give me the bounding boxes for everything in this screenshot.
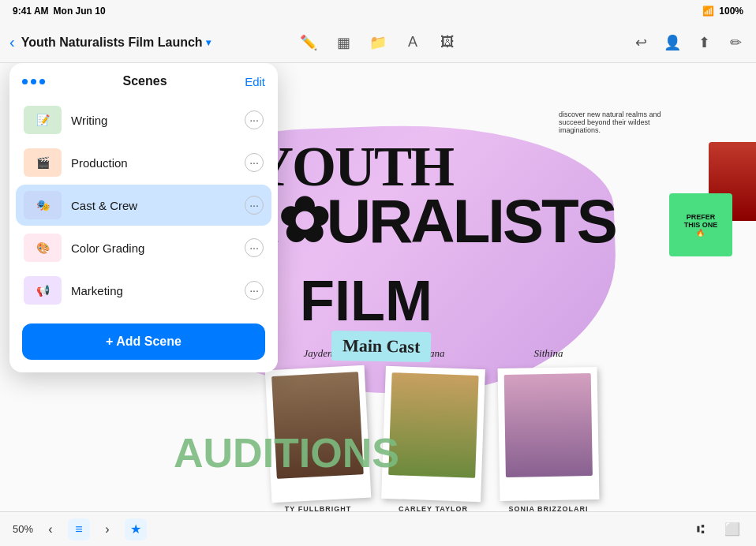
scene-more-production[interactable]: ···	[245, 153, 264, 172]
title-dropdown-icon[interactable]: ▾	[206, 37, 211, 48]
photo-icon[interactable]: 🖼	[436, 32, 458, 54]
desc-text-content: discover new natural realms and succeed …	[559, 110, 661, 134]
project-title-text: Youth Naturalists Film Launch	[21, 36, 203, 50]
scene-thumb-cast-crew: 🎭	[24, 191, 62, 219]
scene-more-marketing[interactable]: ···	[245, 281, 264, 300]
prefer-sticky-note: PREFERTHIS ONE🔥	[669, 193, 732, 256]
scenes-header: Scenes Edit	[9, 63, 278, 96]
scene-more-writing[interactable]: ···	[245, 110, 264, 129]
bottom-toolbar-right: ⑆ ⬜	[690, 518, 743, 540]
scene-item-cast-crew[interactable]: 🎭 Cast & Crew ···	[16, 185, 271, 226]
status-bar: 9:41 AM Mon Jun 10 📶 100%	[0, 0, 756, 22]
scene-item-marketing[interactable]: 📢 Marketing ···	[16, 270, 271, 311]
auditions-text: AUDITIONS	[174, 429, 399, 477]
date-display: Mon Jun 10	[54, 6, 106, 17]
main-toolbar: ‹ Youth Naturalists Film Launch ▾ ✏️ ▦ 📁…	[0, 22, 756, 63]
time-display: 9:41 AM	[13, 6, 49, 17]
zoom-level[interactable]: 50%	[13, 523, 33, 535]
scene-production-icon: 🎬	[36, 156, 50, 169]
cast-label-3: SONIA BRIZZOLARI(SHE / HER)	[508, 505, 588, 511]
scene-name-production: Production	[71, 156, 235, 170]
scene-color-icon: 🎨	[36, 241, 50, 254]
scene-item-color-grading[interactable]: 🎨 Color Grading ···	[16, 227, 271, 268]
scenes-panel-dots	[22, 79, 45, 84]
scene-item-production[interactable]: 🎬 Production ···	[16, 142, 271, 183]
wifi-icon: 📶	[702, 6, 714, 17]
add-scene-button[interactable]: + Add Scene	[22, 323, 265, 360]
scene-more-color-grading[interactable]: ···	[245, 238, 264, 257]
cast-label-1: TY FULLBRIGHT(THEY / THEM)	[285, 505, 351, 511]
status-bar-right: 📶 100%	[702, 6, 743, 17]
view-mode-icon[interactable]: ⬜	[721, 518, 743, 540]
scene-name-color-grading: Color Grading	[71, 241, 235, 255]
forward-nav-button[interactable]: ›	[96, 518, 118, 540]
scene-marketing-icon: 📢	[36, 284, 50, 297]
scene-writing-icon: 📝	[36, 114, 50, 126]
status-bar-left: 9:41 AM Mon Jun 10	[13, 6, 106, 17]
bottom-toolbar-left: 50% ‹ ≡ › ★	[13, 518, 147, 540]
main-cast-label: Main Cast	[331, 331, 432, 362]
toolbar-center-icons: ✏️ ▦ 📁 A 🖼	[298, 32, 458, 54]
scene-name-cast-crew: Cast & Crew	[71, 199, 235, 212]
collaborators-icon[interactable]: 👤	[661, 32, 683, 54]
scene-item-writing[interactable]: 📝 Writing ···	[16, 99, 271, 140]
scenes-panel: Scenes Edit 📝 Writing ··· 🎬 Production ·…	[9, 63, 278, 372]
polaroid-3	[498, 367, 600, 501]
list-view-button[interactable]: ≡	[68, 518, 90, 540]
back-nav-button[interactable]: ‹	[39, 518, 62, 540]
dot-3	[39, 79, 45, 84]
cast-label-2: CARLEY TAYLOR(SHE / HER)	[399, 505, 468, 511]
hierarchy-icon[interactable]: ⑆	[690, 518, 712, 540]
scene-thumb-writing: 📝	[24, 106, 62, 134]
dot-1	[22, 79, 28, 84]
scene-name-writing: Writing	[71, 114, 235, 127]
battery-display: 100%	[719, 6, 743, 17]
scene-thumb-marketing: 📢	[24, 276, 62, 305]
scene-thumb-production: 🎬	[24, 148, 62, 177]
scene-name-marketing: Marketing	[71, 284, 235, 297]
project-title: Youth Naturalists Film Launch ▾	[21, 36, 211, 50]
back-chevron-icon: ‹	[9, 33, 15, 51]
bottom-toolbar: 50% ‹ ≡ › ★ ⑆ ⬜	[0, 511, 756, 546]
grid-icon[interactable]: ▦	[332, 32, 354, 54]
cast-member-3: Sithina SONIA BRIZZOLARI(SHE / HER)	[499, 347, 598, 511]
text-icon[interactable]: A	[402, 32, 424, 54]
undo-icon[interactable]: ↩	[630, 32, 652, 54]
canvas-description: discover new natural realms and succeed …	[559, 110, 677, 134]
scene-more-cast-crew[interactable]: ···	[245, 196, 264, 215]
share-icon[interactable]: ⬆	[693, 32, 715, 54]
folder-icon[interactable]: 📁	[367, 32, 389, 54]
edit-icon[interactable]: ✏	[724, 32, 747, 54]
back-button[interactable]: ‹	[9, 33, 15, 51]
scenes-edit-button[interactable]: Edit	[245, 75, 265, 88]
scene-thumb-color-grading: 🎨	[24, 234, 62, 262]
scene-cast-icon: 🎭	[36, 199, 50, 211]
scenes-panel-title: Scenes	[123, 74, 167, 88]
toolbar-right-icons: ↩ 👤 ⬆ ✏	[630, 32, 747, 54]
pen-tool-icon[interactable]: ✏️	[298, 32, 320, 54]
dot-2	[31, 79, 36, 84]
film-title-film: FILM	[300, 268, 432, 333]
star-icon[interactable]: ★	[125, 518, 147, 540]
scene-list: 📝 Writing ··· 🎬 Production ··· 🎭 Cast & …	[9, 96, 278, 316]
prefer-sticky-text: PREFERTHIS ONE🔥	[684, 213, 718, 237]
